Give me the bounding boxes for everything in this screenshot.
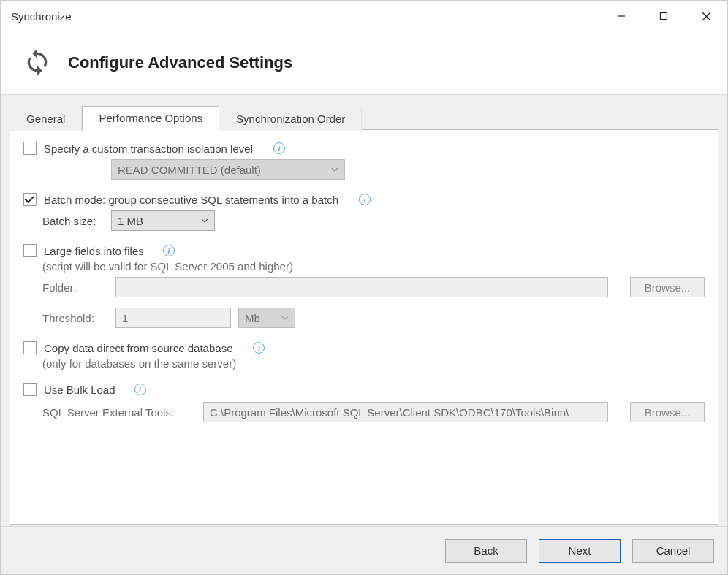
label-large-fields: Large fields into files — [44, 245, 144, 257]
close-button[interactable] — [685, 1, 727, 31]
cancel-button[interactable]: Cancel — [632, 539, 714, 563]
chevron-down-icon — [194, 218, 208, 223]
chevron-down-icon — [324, 167, 338, 172]
select-threshold-unit: Mb — [238, 308, 295, 328]
page-title: Configure Advanced Settings — [68, 53, 292, 72]
select-batch-size-value: 1 MB — [118, 215, 143, 227]
info-icon[interactable]: i — [134, 384, 146, 395]
info-icon[interactable]: i — [163, 245, 175, 256]
tab-synchronization-order[interactable]: Synchronization Order — [219, 107, 362, 131]
client-area: General Performance Options Synchronizat… — [1, 94, 727, 526]
note-large-fields: (script will be valid for SQL Server 200… — [42, 260, 293, 273]
input-sql-tools-path: C:\Program Files\Microsoft SQL Server\Cl… — [203, 402, 608, 422]
label-batch-size: Batch size: — [42, 215, 104, 227]
checkbox-bulk-load[interactable] — [23, 383, 37, 396]
window-title: Synchronize — [11, 10, 72, 23]
tab-performance-options[interactable]: Performance Options — [82, 106, 219, 131]
info-icon[interactable]: i — [273, 142, 285, 154]
note-copy-direct: (only for databases on the same server) — [42, 357, 236, 370]
button-browse-folder: Browse... — [630, 277, 705, 297]
checkbox-copy-direct[interactable] — [23, 341, 37, 354]
info-icon[interactable]: i — [253, 342, 265, 354]
select-threshold-unit-value: Mb — [245, 312, 260, 324]
next-button[interactable]: Next — [539, 539, 621, 563]
button-browse-sql-tools: Browse... — [630, 402, 705, 422]
select-isolation-level-value: READ COMMITTED (default) — [118, 164, 261, 176]
minimize-button[interactable] — [600, 1, 642, 31]
input-folder — [115, 277, 608, 297]
header-band: Configure Advanced Settings — [1, 31, 727, 94]
back-button[interactable]: Back — [445, 539, 527, 563]
tab-strip: General Performance Options Synchronizat… — [10, 104, 718, 130]
info-icon[interactable]: i — [359, 194, 371, 205]
footer: Back Next Cancel — [1, 526, 727, 574]
label-isolation-level: Specify a custom transaction isolation l… — [44, 142, 253, 155]
tab-panel-performance: Specify a custom transaction isolation l… — [10, 130, 718, 525]
sync-icon — [23, 47, 52, 79]
select-isolation-level: READ COMMITTED (default) — [111, 159, 345, 180]
chevron-down-icon — [274, 316, 289, 320]
select-batch-size[interactable]: 1 MB — [111, 210, 215, 231]
label-threshold: Threshold: — [42, 312, 108, 324]
maximize-button[interactable] — [642, 1, 685, 31]
input-threshold: 1 — [115, 308, 231, 328]
tab-general[interactable]: General — [10, 107, 82, 131]
label-folder: Folder: — [42, 281, 108, 294]
checkbox-large-fields[interactable] — [23, 244, 37, 257]
title-bar: Synchronize — [1, 1, 727, 31]
checkbox-isolation-level[interactable] — [23, 142, 37, 155]
svg-rect-1 — [661, 13, 667, 20]
label-batch-mode: Batch mode: group consecutive SQL statem… — [44, 194, 338, 206]
label-bulk-load: Use Bulk Load — [44, 384, 115, 396]
checkbox-batch-mode[interactable] — [23, 193, 37, 206]
label-sql-tools: SQL Server External Tools: — [42, 406, 196, 419]
label-copy-direct: Copy data direct from source database — [44, 342, 232, 354]
